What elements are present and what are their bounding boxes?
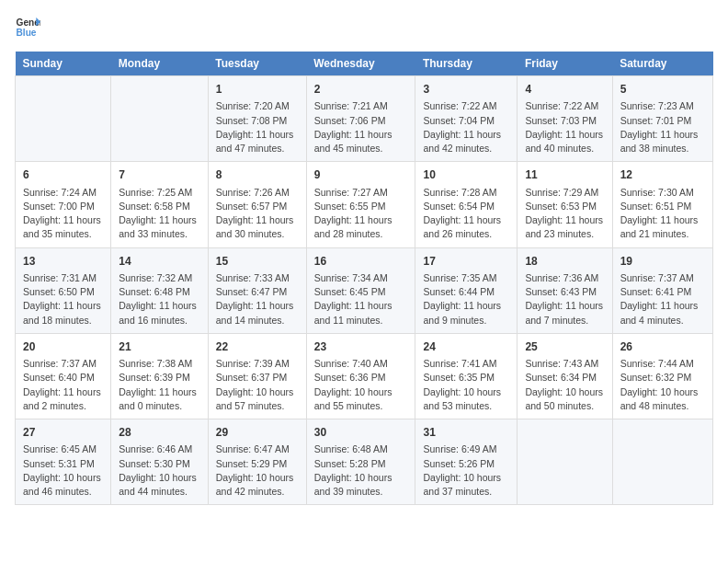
cell-content: Sunrise: 7:30 AM Sunset: 6:51 PM Dayligh…: [620, 186, 705, 242]
day-number: 6: [23, 167, 103, 183]
day-number: 17: [423, 254, 509, 270]
day-number: 2: [314, 82, 408, 98]
cell-content: Sunrise: 7:38 AM Sunset: 6:39 PM Dayligh…: [119, 357, 199, 413]
day-number: 26: [620, 339, 705, 355]
day-number: 20: [23, 339, 103, 355]
cell-content: Sunrise: 7:35 AM Sunset: 6:44 PM Dayligh…: [423, 271, 509, 327]
day-number: 25: [525, 339, 604, 355]
calendar-cell: 21Sunrise: 7:38 AM Sunset: 6:39 PM Dayli…: [111, 333, 208, 419]
calendar-cell: 5Sunrise: 7:23 AM Sunset: 7:01 PM Daylig…: [612, 76, 712, 162]
cell-content: Sunrise: 7:27 AM Sunset: 6:55 PM Dayligh…: [314, 186, 408, 242]
logo: General Blue: [15, 15, 40, 40]
calendar-cell: 7Sunrise: 7:25 AM Sunset: 6:58 PM Daylig…: [111, 162, 208, 247]
day-number: 10: [423, 167, 509, 183]
day-number: 16: [314, 254, 408, 270]
day-number: 24: [423, 339, 509, 355]
cell-content: Sunrise: 6:47 AM Sunset: 5:29 PM Dayligh…: [216, 442, 299, 499]
svg-text:Blue: Blue: [17, 28, 37, 38]
page-header: General Blue: [15, 15, 713, 40]
calendar-cell: [518, 419, 612, 505]
day-header-tuesday: Tuesday: [208, 52, 306, 76]
calendar-cell: 10Sunrise: 7:28 AM Sunset: 6:54 PM Dayli…: [415, 162, 518, 247]
cell-content: Sunrise: 6:46 AM Sunset: 5:30 PM Dayligh…: [119, 442, 199, 499]
cell-content: Sunrise: 7:43 AM Sunset: 6:34 PM Dayligh…: [525, 357, 604, 413]
logo-icon: General Blue: [15, 15, 40, 40]
cell-content: Sunrise: 6:49 AM Sunset: 5:26 PM Dayligh…: [423, 442, 509, 499]
calendar-cell: 29Sunrise: 6:47 AM Sunset: 5:29 PM Dayli…: [208, 419, 306, 505]
calendar-cell: 18Sunrise: 7:36 AM Sunset: 6:43 PM Dayli…: [518, 247, 612, 333]
calendar-week-row: 27Sunrise: 6:45 AM Sunset: 5:31 PM Dayli…: [16, 419, 713, 505]
day-number: 19: [620, 254, 705, 270]
calendar-cell: 28Sunrise: 6:46 AM Sunset: 5:30 PM Dayli…: [111, 419, 208, 505]
calendar-cell: [612, 419, 712, 505]
calendar-cell: 30Sunrise: 6:48 AM Sunset: 5:28 PM Dayli…: [306, 419, 415, 505]
day-header-wednesday: Wednesday: [306, 52, 415, 76]
day-number: 1: [216, 82, 299, 98]
cell-content: Sunrise: 7:33 AM Sunset: 6:47 PM Dayligh…: [216, 271, 299, 327]
cell-content: Sunrise: 7:22 AM Sunset: 7:03 PM Dayligh…: [525, 99, 604, 155]
day-number: 27: [23, 425, 103, 441]
calendar-table: SundayMondayTuesdayWednesdayThursdayFrid…: [15, 52, 713, 505]
calendar-cell: 14Sunrise: 7:32 AM Sunset: 6:48 PM Dayli…: [111, 247, 208, 333]
day-number: 21: [119, 339, 199, 355]
day-number: 4: [525, 82, 604, 98]
calendar-week-row: 1Sunrise: 7:20 AM Sunset: 7:08 PM Daylig…: [16, 76, 713, 162]
day-header-friday: Friday: [518, 52, 612, 76]
cell-content: Sunrise: 7:31 AM Sunset: 6:50 PM Dayligh…: [23, 271, 103, 327]
cell-content: Sunrise: 7:39 AM Sunset: 6:37 PM Dayligh…: [216, 357, 299, 413]
calendar-cell: 6Sunrise: 7:24 AM Sunset: 7:00 PM Daylig…: [16, 162, 111, 247]
day-number: 7: [119, 167, 199, 183]
calendar-cell: 20Sunrise: 7:37 AM Sunset: 6:40 PM Dayli…: [16, 333, 111, 419]
calendar-cell: 1Sunrise: 7:20 AM Sunset: 7:08 PM Daylig…: [208, 76, 306, 162]
calendar-header: SundayMondayTuesdayWednesdayThursdayFrid…: [16, 52, 713, 76]
day-header-sunday: Sunday: [16, 52, 111, 76]
day-header-thursday: Thursday: [415, 52, 518, 76]
cell-content: Sunrise: 7:24 AM Sunset: 7:00 PM Dayligh…: [23, 186, 103, 242]
calendar-cell: 2Sunrise: 7:21 AM Sunset: 7:06 PM Daylig…: [306, 76, 415, 162]
cell-content: Sunrise: 7:32 AM Sunset: 6:48 PM Dayligh…: [119, 271, 199, 327]
calendar-cell: 25Sunrise: 7:43 AM Sunset: 6:34 PM Dayli…: [518, 333, 612, 419]
calendar-cell: 26Sunrise: 7:44 AM Sunset: 6:32 PM Dayli…: [612, 333, 712, 419]
cell-content: Sunrise: 7:23 AM Sunset: 7:01 PM Dayligh…: [620, 99, 705, 155]
calendar-week-row: 13Sunrise: 7:31 AM Sunset: 6:50 PM Dayli…: [16, 247, 713, 333]
calendar-cell: 23Sunrise: 7:40 AM Sunset: 6:36 PM Dayli…: [306, 333, 415, 419]
calendar-cell: 17Sunrise: 7:35 AM Sunset: 6:44 PM Dayli…: [415, 247, 518, 333]
cell-content: Sunrise: 7:41 AM Sunset: 6:35 PM Dayligh…: [423, 357, 509, 413]
cell-content: Sunrise: 6:45 AM Sunset: 5:31 PM Dayligh…: [23, 442, 103, 499]
day-number: 15: [216, 254, 299, 270]
calendar-cell: 4Sunrise: 7:22 AM Sunset: 7:03 PM Daylig…: [518, 76, 612, 162]
calendar-cell: 13Sunrise: 7:31 AM Sunset: 6:50 PM Dayli…: [16, 247, 111, 333]
calendar-cell: 3Sunrise: 7:22 AM Sunset: 7:04 PM Daylig…: [415, 76, 518, 162]
day-number: 29: [216, 425, 299, 441]
calendar-cell: 11Sunrise: 7:29 AM Sunset: 6:53 PM Dayli…: [518, 162, 612, 247]
calendar-cell: 16Sunrise: 7:34 AM Sunset: 6:45 PM Dayli…: [306, 247, 415, 333]
cell-content: Sunrise: 7:26 AM Sunset: 6:57 PM Dayligh…: [216, 186, 299, 242]
cell-content: Sunrise: 7:36 AM Sunset: 6:43 PM Dayligh…: [525, 271, 604, 327]
day-number: 30: [314, 425, 408, 441]
cell-content: Sunrise: 7:28 AM Sunset: 6:54 PM Dayligh…: [423, 186, 509, 242]
day-number: 28: [119, 425, 199, 441]
calendar-week-row: 6Sunrise: 7:24 AM Sunset: 7:00 PM Daylig…: [16, 162, 713, 247]
cell-content: Sunrise: 7:37 AM Sunset: 6:40 PM Dayligh…: [23, 357, 103, 413]
cell-content: Sunrise: 7:29 AM Sunset: 6:53 PM Dayligh…: [525, 186, 604, 242]
day-number: 18: [525, 254, 604, 270]
cell-content: Sunrise: 7:25 AM Sunset: 6:58 PM Dayligh…: [119, 186, 199, 242]
cell-content: Sunrise: 6:48 AM Sunset: 5:28 PM Dayligh…: [314, 442, 408, 499]
cell-content: Sunrise: 7:37 AM Sunset: 6:41 PM Dayligh…: [620, 271, 705, 327]
day-number: 5: [620, 82, 705, 98]
cell-content: Sunrise: 7:22 AM Sunset: 7:04 PM Dayligh…: [423, 99, 509, 155]
day-number: 13: [23, 254, 103, 270]
day-number: 22: [216, 339, 299, 355]
calendar-cell: 19Sunrise: 7:37 AM Sunset: 6:41 PM Dayli…: [612, 247, 712, 333]
calendar-cell: 27Sunrise: 6:45 AM Sunset: 5:31 PM Dayli…: [16, 419, 111, 505]
day-number: 9: [314, 167, 408, 183]
calendar-cell: [16, 76, 111, 162]
day-number: 3: [423, 82, 509, 98]
day-number: 11: [525, 167, 604, 183]
cell-content: Sunrise: 7:34 AM Sunset: 6:45 PM Dayligh…: [314, 271, 408, 327]
calendar-cell: 24Sunrise: 7:41 AM Sunset: 6:35 PM Dayli…: [415, 333, 518, 419]
cell-content: Sunrise: 7:20 AM Sunset: 7:08 PM Dayligh…: [216, 99, 299, 155]
cell-content: Sunrise: 7:40 AM Sunset: 6:36 PM Dayligh…: [314, 357, 408, 413]
day-number: 14: [119, 254, 199, 270]
day-number: 8: [216, 167, 299, 183]
